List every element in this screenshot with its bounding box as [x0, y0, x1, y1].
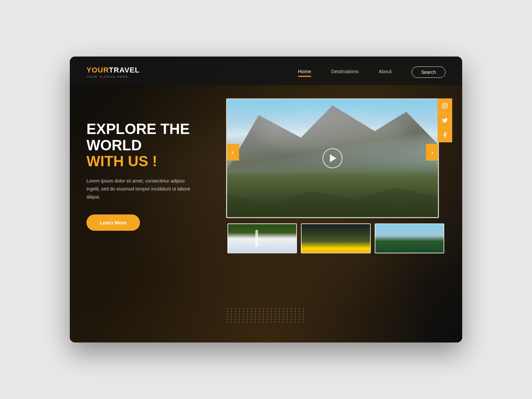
gallery-section: ‹ › [226, 98, 446, 253]
decorative-dot [259, 308, 260, 309]
decorative-dot [279, 308, 280, 309]
decorative-dot [255, 321, 256, 323]
decorative-dot [279, 313, 280, 315]
thumbnail-3[interactable] [375, 223, 444, 253]
browser-window: YOURTRAVEL YOUR SLOGAN HERE Home Destina… [70, 57, 462, 342]
next-slide-button[interactable]: › [426, 144, 439, 161]
decorative-dot [283, 311, 284, 312]
decorative-dot [235, 313, 236, 315]
decorative-dot [271, 311, 272, 312]
nav-item-about[interactable]: About [378, 68, 391, 76]
decorative-dot [287, 319, 288, 320]
decorative-dot [259, 311, 260, 312]
decorative-dot [251, 308, 252, 309]
decorative-dot [255, 316, 256, 317]
decorative-dot [283, 316, 284, 317]
decorative-dot [263, 311, 264, 312]
decorative-dot [295, 321, 296, 323]
decorative-dot [275, 308, 276, 309]
decorative-dot [283, 321, 284, 323]
decorative-dot [267, 319, 268, 320]
decorative-dot [239, 308, 240, 309]
decorative-dot [235, 308, 236, 309]
play-button[interactable] [323, 148, 342, 168]
decorative-dot [295, 319, 296, 320]
decorative-dot [239, 316, 240, 317]
play-icon [330, 154, 336, 162]
svg-point-2 [446, 104, 447, 104]
decorative-dot [295, 308, 296, 309]
decorative-dot [231, 319, 232, 320]
learn-more-button[interactable]: Learn More [86, 214, 140, 231]
svg-rect-0 [443, 103, 448, 108]
decorative-dot [263, 321, 264, 323]
header: YOURTRAVEL YOUR SLOGAN HERE Home Destina… [70, 57, 462, 85]
decorative-dot [303, 319, 304, 320]
decorative-dot [247, 319, 248, 320]
nav-item-destinations[interactable]: Destinations [331, 68, 359, 76]
decorative-dot [243, 316, 244, 317]
decorative-dot [291, 313, 292, 315]
decorative-dot [231, 313, 232, 315]
decorative-dot [263, 308, 264, 309]
facebook-icon[interactable] [438, 128, 452, 142]
decorative-dot [251, 319, 252, 320]
decorative-dot [227, 313, 228, 315]
decorative-dot [243, 311, 244, 312]
decorative-dot [263, 319, 264, 320]
decorative-dot [259, 313, 260, 315]
decorative-dot [271, 308, 272, 309]
nav-item-home[interactable]: Home [298, 68, 311, 76]
decorative-dot [251, 313, 252, 315]
decorative-dot [251, 316, 252, 317]
main-nav: Home Destinations About Search [298, 66, 446, 78]
decorative-dot [263, 313, 264, 315]
decorative-dot [243, 321, 244, 323]
hero-description: Lorem ipsum dolor sit amet, consectetur … [86, 177, 200, 201]
decorative-dot [299, 321, 300, 323]
decorative-dot [279, 316, 280, 317]
decorative-dot [283, 313, 284, 315]
thumbnail-2[interactable] [301, 223, 370, 253]
decorative-dot [287, 308, 288, 309]
decorative-dot [259, 319, 260, 320]
decorative-dot [267, 316, 268, 317]
decorative-dot [239, 319, 240, 320]
mountain-snow-effect [259, 111, 406, 152]
decorative-dot [259, 316, 260, 317]
decorative-dot [275, 313, 276, 315]
decorative-dot [227, 316, 228, 317]
prev-slide-button[interactable]: ‹ [226, 144, 239, 161]
decorative-dots [227, 308, 305, 323]
decorative-dot [239, 313, 240, 315]
decorative-dot [299, 311, 300, 312]
social-sidebar [438, 98, 452, 142]
hero-text-section: EXPLORE THE WORLD WITH US ! Lorem ipsum … [86, 121, 213, 231]
decorative-dot [271, 321, 272, 323]
decorative-dot [227, 308, 228, 309]
main-image-frame: ‹ › [226, 98, 439, 218]
decorative-dot [303, 316, 304, 317]
logo[interactable]: YOURTRAVEL YOUR SLOGAN HERE [86, 66, 140, 78]
decorative-dot [267, 321, 268, 323]
decorative-dot [283, 319, 284, 320]
thumbnail-1[interactable] [227, 223, 297, 253]
decorative-dot [275, 316, 276, 317]
decorative-dot [287, 313, 288, 315]
decorative-dot [287, 321, 288, 323]
decorative-dot [235, 316, 236, 317]
decorative-dot [303, 313, 304, 315]
decorative-dot [227, 311, 228, 312]
decorative-dot [279, 311, 280, 312]
decorative-dot [291, 308, 292, 309]
logo-brand-part2: TRAVEL [109, 66, 140, 74]
decorative-dot [279, 321, 280, 323]
instagram-icon[interactable] [438, 98, 452, 113]
twitter-icon[interactable] [438, 113, 452, 128]
decorative-dot [243, 308, 244, 309]
decorative-dot [251, 311, 252, 312]
decorative-dot [303, 308, 304, 309]
search-button[interactable]: Search [412, 66, 446, 78]
decorative-dot [231, 308, 232, 309]
decorative-dot [291, 321, 292, 323]
